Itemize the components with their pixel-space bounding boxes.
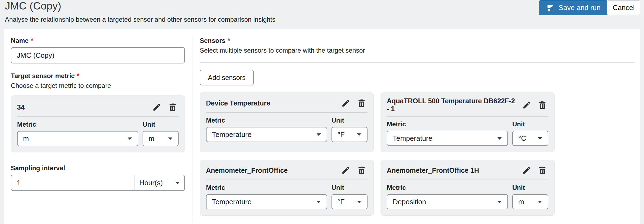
save-and-run-icon xyxy=(546,4,555,12)
edit-icon xyxy=(152,103,162,112)
trash-icon xyxy=(538,166,547,175)
sensors-column: Sensors* Select multiple sensors to comp… xyxy=(200,37,634,216)
sensor-card: Anemometer_FrontOffice xyxy=(200,160,374,216)
edit-sensor-button[interactable] xyxy=(340,97,352,109)
target-metric-select[interactable]: m xyxy=(17,131,138,146)
edit-icon xyxy=(341,98,350,108)
target-metric-value: m xyxy=(23,135,29,143)
column-divider xyxy=(192,36,192,222)
add-sensors-button[interactable]: Add sensors xyxy=(200,70,254,85)
card-divider xyxy=(206,180,368,180)
delete-sensor-button[interactable] xyxy=(536,164,548,176)
sampling-interval-label: Sampling interval xyxy=(11,164,185,172)
sensor-metric-value: Temperature xyxy=(393,134,432,143)
sensors-label-text: Sensors xyxy=(200,37,226,44)
left-column: Name* Target sensor metric* Choose a tar… xyxy=(11,37,185,191)
sensor-metric-value: Deposition xyxy=(393,198,426,206)
sampling-interval-input[interactable] xyxy=(11,175,134,190)
delete-target-button[interactable] xyxy=(167,101,179,113)
name-input[interactable] xyxy=(11,47,185,63)
page-subtitle: Analyse the relationship between a targe… xyxy=(5,16,275,23)
edit-sensor-button[interactable] xyxy=(521,99,533,111)
dropdown-caret-icon xyxy=(316,133,321,136)
sensor-card: Anemometer_FrontOffice 1H xyxy=(381,160,555,216)
sensor-unit-field-label: Unit xyxy=(331,117,368,124)
edit-icon xyxy=(522,100,531,110)
sensor-card-title: AquaTROLL 500 Temperature DB622F-2 - 1 xyxy=(387,97,521,113)
trash-icon xyxy=(538,100,547,110)
required-asterisk: * xyxy=(228,37,230,44)
target-card-title: 34 xyxy=(17,103,151,111)
sensor-card: AquaTROLL 500 Temperature DB622F-2 - 1 xyxy=(381,92,555,152)
sensor-metric-select[interactable]: Temperature xyxy=(206,194,327,209)
sensor-unit-select[interactable]: °F xyxy=(331,127,368,142)
sensors-divider xyxy=(200,62,634,63)
sensor-metric-select[interactable]: Temperature xyxy=(387,131,508,146)
sensor-card-title: Device Temperature xyxy=(206,99,340,107)
target-metric-label: Target sensor metric* xyxy=(11,72,185,80)
sensor-cards-grid: Device Temperature xyxy=(200,92,634,216)
dropdown-caret-icon xyxy=(175,181,180,184)
sensors-help: Select multiple sensors to compare with … xyxy=(200,47,634,54)
cancel-button[interactable]: Cancel xyxy=(607,0,640,15)
edit-icon xyxy=(341,166,350,175)
required-asterisk: * xyxy=(31,37,33,44)
save-and-run-button[interactable]: Save and run xyxy=(539,0,608,15)
dropdown-caret-icon xyxy=(537,137,542,140)
target-metric-label-text: Target sensor metric xyxy=(11,72,75,79)
sampling-interval-group: Hour(s) xyxy=(11,175,185,191)
edit-target-button[interactable] xyxy=(151,101,163,113)
sensor-unit-select[interactable]: °C xyxy=(512,131,548,146)
sensors-label: Sensors* xyxy=(200,37,634,44)
name-label-text: Name xyxy=(11,37,28,44)
trash-icon xyxy=(357,98,366,108)
target-unit-select[interactable]: m xyxy=(143,131,179,146)
sampling-unit-select[interactable]: Hour(s) xyxy=(134,175,184,190)
target-metric-card: 34 xyxy=(11,95,185,152)
form-panel: Name* Target sensor metric* Choose a tar… xyxy=(4,29,640,224)
sensor-unit-value: °F xyxy=(337,130,344,139)
target-unit-field-label: Unit xyxy=(143,121,179,128)
sensor-unit-select[interactable]: m xyxy=(512,194,548,209)
sensor-metric-field-label: Metric xyxy=(387,120,508,128)
sensor-metric-field-label: Metric xyxy=(206,117,327,124)
dropdown-caret-icon xyxy=(497,200,502,203)
dropdown-caret-icon xyxy=(316,200,321,203)
required-asterisk: * xyxy=(77,72,79,79)
edit-sensor-button[interactable] xyxy=(340,164,352,176)
sensor-card: Device Temperature xyxy=(200,92,374,152)
sensor-card-title: Anemometer_FrontOffice xyxy=(206,167,340,174)
card-divider xyxy=(387,116,548,117)
card-divider xyxy=(17,116,179,117)
delete-sensor-button[interactable] xyxy=(536,99,548,111)
sensor-unit-field-label: Unit xyxy=(512,184,548,191)
page-title: JMC (Copy) xyxy=(5,0,61,12)
trash-icon xyxy=(168,103,177,112)
card-divider xyxy=(206,112,368,113)
edit-sensor-button[interactable] xyxy=(521,164,533,176)
sensor-unit-value: °F xyxy=(337,198,344,206)
sensor-metric-value: Temperature xyxy=(212,130,252,139)
dropdown-caret-icon xyxy=(127,137,132,140)
sensor-unit-select[interactable]: °F xyxy=(331,194,368,209)
sampling-unit-value: Hour(s) xyxy=(139,179,163,187)
sensor-metric-select[interactable]: Deposition xyxy=(387,194,508,209)
target-unit-value: m xyxy=(149,135,154,143)
sensor-metric-field-label: Metric xyxy=(206,184,327,191)
sensor-unit-field-label: Unit xyxy=(331,184,368,191)
dropdown-caret-icon xyxy=(537,200,542,203)
target-metric-field-label: Metric xyxy=(17,121,138,128)
edit-icon xyxy=(522,166,531,175)
card-divider xyxy=(387,180,548,180)
save-and-run-label: Save and run xyxy=(559,4,601,12)
delete-sensor-button[interactable] xyxy=(356,97,368,109)
sensor-unit-value: m xyxy=(518,198,524,206)
delete-sensor-button[interactable] xyxy=(356,164,368,176)
dropdown-caret-icon xyxy=(168,137,173,140)
sensor-metric-field-label: Metric xyxy=(387,184,508,191)
sensor-metric-select[interactable]: Temperature xyxy=(206,127,327,142)
sensor-card-title: Anemometer_FrontOffice 1H xyxy=(387,167,521,174)
dropdown-caret-icon xyxy=(357,133,362,136)
sensor-unit-value: °C xyxy=(518,134,526,143)
name-label: Name* xyxy=(11,37,185,44)
